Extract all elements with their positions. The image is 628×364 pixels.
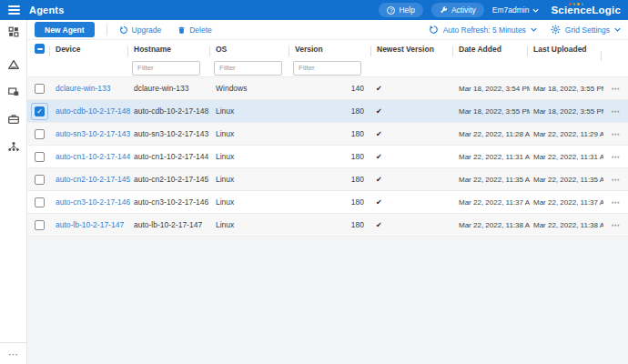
- version-cell: 180: [291, 129, 373, 138]
- logo-dots: [569, 3, 583, 5]
- upgrade-button[interactable]: Upgrade: [119, 25, 162, 35]
- new-agent-button[interactable]: New Agent: [35, 22, 95, 37]
- help-button[interactable]: ? Help: [379, 3, 422, 17]
- row-actions-button[interactable]: ⋯: [603, 197, 628, 207]
- hostname-cell: auto-cn2-10-2-17-145: [130, 175, 212, 184]
- newest-version-check-icon: ✔: [373, 198, 455, 207]
- device-link[interactable]: dclaure-win-133: [52, 84, 130, 93]
- gear-icon[interactable]: [551, 25, 561, 35]
- agents-table: Device Hostname OS Version Newest Versio…: [27, 40, 628, 237]
- newest-version-check-icon: ✔: [373, 221, 455, 229]
- newest-version-check-icon: ✔: [373, 130, 455, 138]
- device-link[interactable]: auto-cdb-10-2-17-148: [52, 106, 130, 116]
- version-cell: 140: [291, 84, 373, 93]
- sidebar: ⋯: [0, 20, 27, 364]
- sciencelogic-logo: ScienceLogic: [551, 5, 621, 15]
- hostname-cell: auto-cdb-10-2-17-148: [130, 106, 212, 116]
- col-header-last-uploaded[interactable]: Last Uploaded: [530, 45, 603, 54]
- select-all-checkbox[interactable]: [35, 44, 45, 54]
- delete-label: Delete: [189, 25, 212, 35]
- sidebar-more-button[interactable]: ⋯: [8, 349, 18, 360]
- row-actions-button[interactable]: ⋯: [603, 152, 628, 162]
- chevron-down-icon[interactable]: [614, 27, 621, 32]
- menu-icon[interactable]: [0, 0, 27, 20]
- row-checkbox[interactable]: [35, 129, 45, 139]
- hostname-cell: auto-cn3-10-2-17-146: [130, 197, 212, 207]
- device-link[interactable]: auto-lb-10-2-17-147: [52, 220, 130, 229]
- device-link[interactable]: auto-cn3-10-2-17-146: [52, 197, 130, 207]
- col-header-date-added[interactable]: Date Added: [455, 45, 530, 54]
- activity-button[interactable]: Activity: [431, 3, 484, 17]
- os-cell: Linux: [212, 220, 291, 229]
- last-uploaded-cell: Mar 22, 2022, 11:35 AM: [530, 176, 603, 184]
- device-link[interactable]: auto-cn2-10-2-17-145: [52, 175, 130, 184]
- newest-version-check-icon: ✔: [373, 85, 455, 93]
- events-icon[interactable]: [7, 58, 20, 71]
- row-actions-button[interactable]: ⋯: [603, 106, 628, 116]
- hostname-cell: auto-sn3-10-2-17-143: [130, 129, 212, 138]
- hostname-filter-input[interactable]: [132, 61, 200, 76]
- version-cell: 180: [291, 197, 373, 207]
- user-menu[interactable]: Em7admin: [492, 5, 540, 15]
- date-added-cell: Mar 22, 2022, 11:37 AM: [455, 198, 530, 207]
- dashboards-icon[interactable]: [7, 25, 20, 38]
- devices-icon[interactable]: [7, 86, 20, 98]
- last-uploaded-cell: Mar 22, 2022, 11:38 AM: [530, 221, 603, 229]
- upgrade-refresh-icon: [119, 25, 128, 35]
- row-checkbox-cell: [27, 217, 52, 234]
- last-uploaded-cell: Mar 22, 2022, 11:37 AM: [530, 198, 603, 207]
- newest-version-check-icon: ✔: [373, 153, 455, 161]
- chevron-down-icon[interactable]: [531, 27, 537, 32]
- table-row: auto-sn3-10-2-17-143 auto-sn3-10-2-17-14…: [27, 123, 628, 146]
- row-checkbox[interactable]: [35, 220, 45, 230]
- filter-row: [27, 56, 628, 77]
- row-checkbox[interactable]: [35, 175, 45, 185]
- date-added-cell: Mar 22, 2022, 11:28 AM: [455, 130, 530, 138]
- page-title: Agents: [29, 5, 64, 15]
- table-row: auto-cn3-10-2-17-146 auto-cn3-10-2-17-14…: [27, 191, 628, 214]
- wrench-icon: [440, 6, 448, 15]
- auto-refresh-dropdown[interactable]: Auto Refresh: 5 Minutes: [443, 25, 526, 35]
- delete-button[interactable]: Delete: [177, 25, 212, 35]
- os-cell: Windows: [212, 84, 291, 93]
- table-row-selected: auto-cdb-10-2-17-148 auto-cdb-10-2-17-14…: [27, 100, 628, 123]
- grid-settings-dropdown[interactable]: Grid Settings: [565, 25, 610, 35]
- table-row: auto-lb-10-2-17-147 auto-lb-10-2-17-147 …: [27, 214, 628, 237]
- last-uploaded-cell: Mar 18, 2022, 3:55 PM: [530, 107, 603, 116]
- row-checkbox[interactable]: [35, 152, 45, 162]
- col-header-hostname[interactable]: Hostname: [130, 45, 212, 54]
- row-checkbox-cell: [27, 80, 52, 97]
- business-services-icon[interactable]: [7, 113, 20, 126]
- row-actions-button[interactable]: ⋯: [603, 220, 628, 230]
- os-filter-input[interactable]: [214, 61, 282, 76]
- version-filter-input[interactable]: [293, 61, 361, 76]
- os-cell: Linux: [212, 129, 291, 138]
- row-checkbox[interactable]: [35, 106, 45, 116]
- help-icon: ?: [387, 6, 395, 15]
- last-uploaded-cell: Mar 22, 2022, 11:29 AM: [530, 130, 603, 138]
- device-link[interactable]: auto-cn1-10-2-17-144: [52, 152, 130, 161]
- table-row: auto-cn1-10-2-17-144 auto-cn1-10-2-17-14…: [27, 146, 628, 168]
- row-actions-button[interactable]: ⋯: [603, 129, 628, 139]
- col-header-version[interactable]: Version: [291, 45, 373, 54]
- toolbar: New Agent Upgrade Delete Auto Refresh: 5…: [27, 20, 628, 40]
- os-cell: Linux: [212, 197, 291, 207]
- row-checkbox-cell: [27, 194, 52, 211]
- last-uploaded-cell: Mar 18, 2022, 3:55 PM: [530, 85, 603, 93]
- col-header-device[interactable]: Device: [52, 45, 130, 54]
- row-checkbox-cell: [27, 171, 52, 188]
- maps-icon[interactable]: [7, 140, 20, 153]
- toolbar-divider: [106, 25, 107, 35]
- table-row: auto-cn2-10-2-17-145 auto-cn2-10-2-17-14…: [27, 168, 628, 191]
- trash-icon: [177, 25, 186, 35]
- col-header-os[interactable]: OS: [212, 45, 291, 54]
- date-added-cell: Mar 18, 2022, 3:55 PM: [455, 107, 530, 116]
- row-checkbox[interactable]: [35, 84, 45, 94]
- row-actions-button[interactable]: ⋯: [603, 175, 628, 185]
- auto-refresh-icon[interactable]: [429, 25, 439, 35]
- row-checkbox[interactable]: [35, 197, 45, 207]
- device-link[interactable]: auto-sn3-10-2-17-143: [52, 129, 130, 138]
- newest-version-check-icon: ✔: [373, 176, 455, 184]
- row-actions-button[interactable]: ⋯: [603, 84, 628, 94]
- col-header-newest-version[interactable]: Newest Version: [373, 45, 455, 54]
